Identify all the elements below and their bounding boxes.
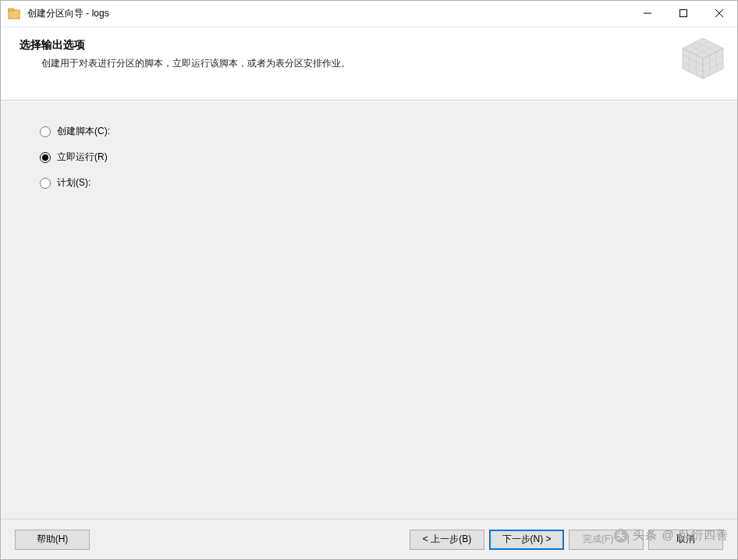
svg-rect-0 [9,10,20,19]
next-button[interactable]: 下一步(N) > [489,530,564,550]
radio-schedule[interactable] [40,178,51,189]
wizard-window: 创建分区向导 - logs 选择输出选项 创建用于对表进行分区的脚本，立即运行该… [0,0,738,560]
wizard-footer: 帮助(H) < 上一步(B) 下一步(N) > 完成(F) >>| 取消 [1,519,737,559]
option-create-script[interactable]: 创建脚本(C): [40,125,698,138]
finish-button[interactable]: 完成(F) >>| [569,530,644,550]
radio-run-now[interactable] [40,152,51,163]
svg-rect-1 [9,9,13,11]
maximize-button[interactable] [665,1,701,26]
page-heading: 选择输出选项 [20,38,722,52]
wizard-graphic-icon [678,35,728,85]
wizard-header: 选择输出选项 创建用于对表进行分区的脚本，立即运行该脚本，或者为表分区安排作业。 [1,27,737,101]
radio-create-script[interactable] [40,126,51,137]
label-create-script: 创建脚本(C): [57,125,110,138]
option-schedule[interactable]: 计划(S): [40,176,698,190]
svg-rect-3 [680,10,687,17]
page-subheading: 创建用于对表进行分区的脚本，立即运行该脚本，或者为表分区安排作业。 [41,57,722,70]
window-title: 创建分区向导 - logs [27,7,630,20]
back-button[interactable]: < 上一步(B) [410,530,484,550]
titlebar: 创建分区向导 - logs [1,1,737,27]
label-run-now: 立即运行(R) [57,151,108,164]
app-icon [7,7,21,21]
close-button[interactable] [701,1,737,26]
window-controls [630,1,737,27]
help-button[interactable]: 帮助(H) [15,530,90,550]
option-run-now[interactable]: 立即运行(R) [40,151,698,164]
minimize-button[interactable] [630,1,665,26]
cancel-button[interactable]: 取消 [648,530,723,550]
label-schedule: 计划(S): [57,176,90,190]
wizard-body: 创建脚本(C): 立即运行(R) 计划(S): [1,101,737,519]
